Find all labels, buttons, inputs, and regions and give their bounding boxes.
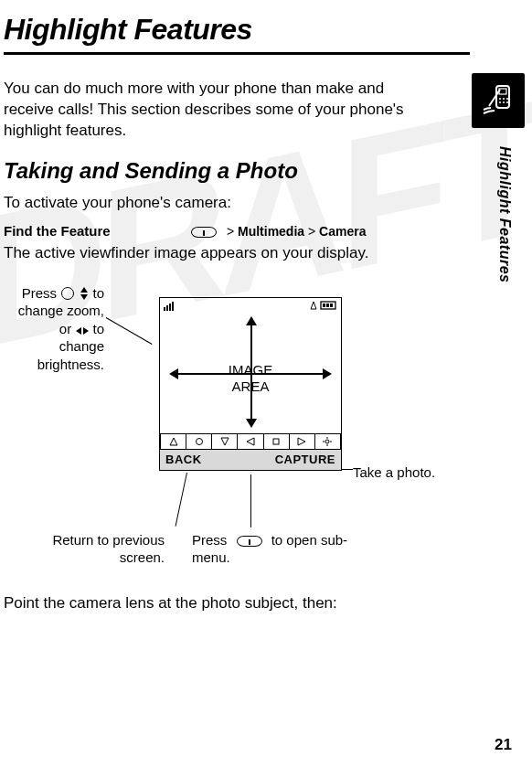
nav-gt: > bbox=[308, 224, 315, 239]
menu-key-icon bbox=[237, 536, 262, 547]
callout-text: menu. bbox=[192, 549, 230, 565]
camera-diagram: Press to change zoom, or to change brigh… bbox=[4, 270, 470, 571]
callout-text: or bbox=[59, 321, 71, 336]
svg-marker-12 bbox=[170, 438, 177, 445]
callout-text: to open sub- bbox=[271, 532, 347, 548]
find-feature-row: Find the Feature > Multimedia > Camera bbox=[4, 223, 468, 240]
callout-zoom-brightness: Press to change zoom, or to change brigh… bbox=[4, 284, 104, 374]
signal-icon bbox=[164, 300, 180, 313]
svg-rect-9 bbox=[323, 304, 325, 307]
svg-marker-3 bbox=[83, 327, 89, 335]
activate-line: To activate your phone's camera: bbox=[4, 193, 406, 214]
intro-paragraph: You can do much more with your phone tha… bbox=[4, 79, 406, 142]
callout-text: screen. bbox=[120, 549, 165, 565]
iconrow-cell bbox=[263, 433, 289, 450]
callout-text: Return to previous bbox=[52, 532, 165, 548]
iconrow-cell bbox=[186, 433, 211, 450]
iconrow-cell bbox=[160, 433, 186, 450]
svg-point-13 bbox=[196, 438, 202, 444]
image-area-text: IMAGE bbox=[229, 362, 272, 378]
page-number: 21 bbox=[495, 736, 512, 754]
nav-gt: > bbox=[227, 224, 234, 239]
icon-row bbox=[160, 433, 341, 450]
callout-text: Press bbox=[22, 285, 57, 301]
svg-rect-10 bbox=[326, 304, 329, 307]
status-bar bbox=[160, 298, 341, 314]
svg-rect-6 bbox=[169, 304, 171, 311]
find-feature-label: Find the Feature bbox=[4, 223, 182, 239]
closing-line: Point the camera lens at the photo subje… bbox=[4, 593, 406, 614]
iconrow-cell bbox=[289, 433, 314, 450]
viewfinder-line: The active viewfinder image appears on y… bbox=[4, 243, 406, 264]
callout-text: Press bbox=[192, 532, 227, 548]
page-title: Highlight Features bbox=[4, 13, 468, 50]
callout-return: Return to previous screen. bbox=[18, 531, 165, 567]
section-heading: Taking and Sending a Photo bbox=[4, 158, 468, 184]
svg-rect-16 bbox=[273, 439, 279, 444]
status-right-icons bbox=[308, 300, 337, 313]
svg-marker-15 bbox=[247, 438, 254, 445]
svg-marker-1 bbox=[80, 294, 88, 300]
svg-rect-4 bbox=[164, 307, 165, 311]
callout-take-photo: Take a photo. bbox=[353, 463, 435, 482]
callout-text: change bbox=[59, 338, 104, 354]
image-area-label: IMAGE AREA bbox=[160, 362, 341, 397]
up-down-icon bbox=[80, 287, 89, 300]
nav-path: > Multimedia > Camera bbox=[227, 224, 367, 239]
iconrow-cell bbox=[314, 433, 341, 450]
softkey-back: BACK bbox=[165, 453, 202, 466]
nav-key-icon bbox=[61, 287, 74, 300]
menu-key-icon bbox=[191, 227, 217, 238]
callout-text: to bbox=[92, 285, 104, 301]
phone-screen: IMAGE AREA BACK CAPTURE bbox=[159, 297, 342, 471]
svg-rect-11 bbox=[330, 304, 333, 307]
leader-line bbox=[342, 469, 353, 470]
callout-submenu: Press to open sub- menu. bbox=[192, 531, 375, 567]
svg-marker-14 bbox=[221, 438, 229, 445]
svg-marker-2 bbox=[76, 327, 81, 335]
svg-point-18 bbox=[325, 440, 329, 443]
leader-line bbox=[176, 473, 187, 527]
callout-text: change zoom, bbox=[18, 303, 104, 318]
svg-marker-0 bbox=[80, 287, 88, 293]
leader-line bbox=[106, 317, 153, 345]
svg-rect-7 bbox=[172, 302, 174, 311]
iconrow-cell bbox=[211, 433, 237, 450]
svg-marker-17 bbox=[298, 438, 305, 445]
title-rule bbox=[4, 52, 470, 55]
nav-step-camera: Camera bbox=[319, 224, 366, 239]
image-area-text: AREA bbox=[232, 378, 270, 394]
nav-step-multimedia: Multimedia bbox=[238, 224, 304, 239]
softkey-capture: CAPTURE bbox=[275, 453, 335, 466]
iconrow-cell bbox=[237, 433, 262, 450]
softkey-bar: BACK CAPTURE bbox=[160, 450, 341, 470]
left-right-icon bbox=[76, 326, 89, 336]
svg-rect-5 bbox=[166, 305, 168, 311]
leader-line bbox=[250, 474, 251, 527]
callout-text: to bbox=[92, 321, 104, 336]
callout-text: brightness. bbox=[37, 357, 104, 372]
